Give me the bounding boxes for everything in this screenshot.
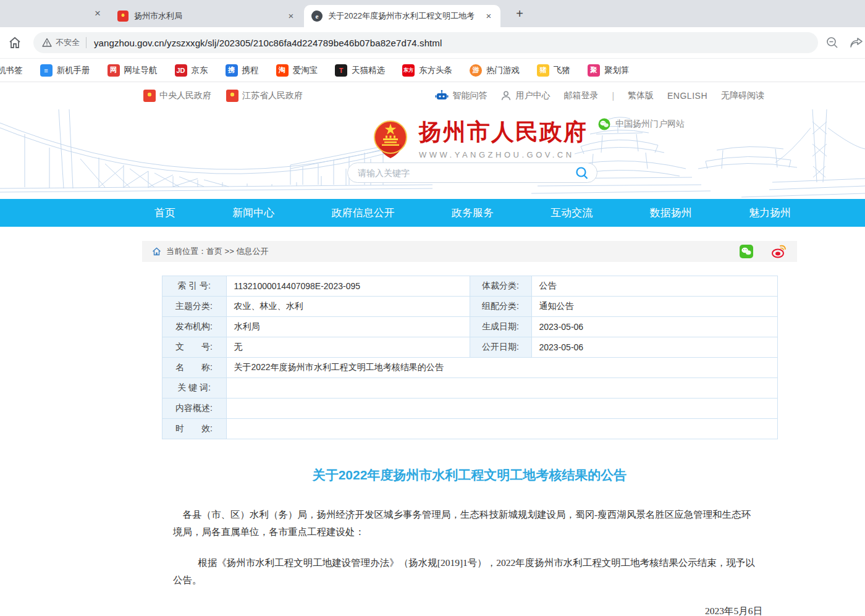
tab-title: 扬州市水利局 [134, 11, 281, 22]
wechat-icon [598, 118, 610, 130]
nav-item-data[interactable]: 数据扬州 [650, 206, 692, 220]
smart-qa-link[interactable]: 智能问答 [435, 90, 487, 102]
site-brand[interactable]: 扬州市人民政府 WWW.YANGZHOU.GOV.CN [371, 117, 588, 159]
tab-yangzhou-water-bureau[interactable]: 扬州市水利局 × [110, 5, 303, 27]
topbar-divider: | [612, 91, 614, 101]
nav-item-news[interactable]: 新闻中心 [232, 206, 274, 220]
meta-label: 组配分类: [470, 297, 531, 317]
tmall-favicon-icon: T [335, 64, 347, 77]
bookmark-label: 爱淘宝 [293, 65, 318, 76]
bookmarks-bar: 机书签 ≡ 新机手册 网 网址导航 JD 京东 携 携程 淘 爱淘宝 T 天猫精… [0, 59, 865, 82]
fliggy-favicon-icon: 猪 [537, 64, 549, 77]
breadcrumb-text[interactable]: 当前位置：首页 >> 信息公开 [166, 246, 739, 257]
search-input[interactable] [358, 168, 575, 178]
smart-qa-label: 智能问答 [452, 90, 487, 101]
toutiao-favicon-icon: 东方 [402, 64, 415, 77]
bookmark-item[interactable]: 携 携程 [226, 64, 259, 77]
meta-label: 文 号: [162, 337, 226, 358]
site-nav-favicon-icon: 网 [108, 64, 120, 77]
home-icon[interactable] [7, 35, 22, 50]
english-link[interactable]: ENGLISH [667, 91, 707, 101]
nav-item-services[interactable]: 政务服务 [452, 206, 494, 220]
meta-value [226, 399, 777, 419]
link-central-government[interactable]: 中央人民政府 [143, 90, 211, 102]
meta-value: 农业、林业、水利 [226, 297, 470, 317]
zoom-out-icon[interactable] [825, 36, 839, 49]
nav-item-home[interactable]: 首页 [154, 206, 175, 220]
article-title: 关于2022年度扬州市水利工程文明工地考核结果的公告 [142, 466, 797, 484]
user-center-link[interactable]: 用户中心 [500, 90, 550, 101]
table-row: 主题分类: 农业、林业、水利 组配分类: 通知公告 [162, 297, 777, 317]
portal-label: 中国扬州门户网站 [615, 119, 685, 130]
jd-favicon-icon: JD [175, 64, 187, 77]
meta-label: 内容概述: [162, 399, 226, 419]
meta-value: 通知公告 [531, 297, 777, 317]
nav-item-charm[interactable]: 魅力扬州 [749, 206, 791, 220]
breadcrumb-home-icon[interactable] [152, 247, 161, 256]
article-body: 各县（市、区）水利（务）局，扬州经济开发区城乡事务管理局，生态科技新城规划建设局… [142, 484, 797, 589]
bookmark-item[interactable]: 淘 爱淘宝 [276, 64, 318, 77]
tab-title: 关于2022年度扬州市水利工程文明工地考 [328, 11, 478, 22]
link-jiangsu-government[interactable]: 江苏省人民政府 [226, 90, 303, 102]
article-date: 2023年5月6日 [142, 605, 797, 616]
bookmark-item[interactable]: 游 热门游戏 [470, 64, 520, 77]
gov-emblem-favicon-icon [117, 11, 129, 22]
tab-announcement-active[interactable]: e 关于2022年度扬州市水利工程文明工地考 × [304, 5, 500, 27]
mail-login-link[interactable]: 邮箱登录 [563, 90, 598, 101]
table-row: 索 引 号: 11321000014407098E-2023-095 体裁分类:… [162, 276, 777, 297]
table-row: 内容概述: [162, 399, 777, 419]
accessibility-link[interactable]: 无障碍阅读 [721, 90, 764, 101]
bookmark-label: 新机手册 [57, 65, 90, 76]
share-wechat-icon[interactable] [739, 244, 754, 259]
address-bar[interactable]: 不安全 yangzhou.gov.cn/yzszxxgk/slj/202305/… [33, 32, 818, 53]
search-icon[interactable] [575, 166, 589, 180]
bookmark-item[interactable]: JD 京东 [175, 64, 208, 77]
bookmark-item[interactable]: ≡ 新机手册 [40, 64, 90, 77]
url-text[interactable]: yangzhou.gov.cn/yzszxxgk/slj/202305/210c… [94, 38, 442, 48]
share-weibo-icon[interactable] [771, 244, 787, 259]
bookmark-item[interactable]: 聚 聚划算 [588, 64, 630, 77]
security-status-label: 不安全 [56, 37, 80, 48]
bookmark-item[interactable]: 机书签 [0, 65, 23, 76]
meta-label: 时 效: [162, 419, 226, 439]
site-banner: 扬州市人民政府 WWW.YANGZHOU.GOV.CN 中国扬州门户网站 [0, 109, 865, 199]
bookmark-item[interactable]: 东方 东方头条 [402, 64, 452, 77]
portal-tag[interactable]: 中国扬州门户网站 [598, 118, 685, 130]
bookmark-label: 机书签 [0, 65, 23, 76]
table-row: 时 效: [162, 419, 777, 439]
traditional-chinese-link[interactable]: 繁体版 [628, 90, 654, 101]
gov-top-bar: 中央人民政府 江苏省人民政府 智能问答 [0, 82, 865, 109]
tab-close-icon[interactable]: × [285, 11, 297, 22]
gov-link-label: 江苏省人民政府 [242, 90, 303, 101]
meta-value: 水利局 [226, 317, 470, 337]
bookmark-item[interactable]: 猪 飞猪 [537, 64, 570, 77]
site-title: 扬州市人民政府 [419, 117, 588, 148]
nav-item-interaction[interactable]: 互动交流 [551, 206, 593, 220]
meta-label: 主题分类: [162, 297, 226, 317]
meta-label: 发布机构: [162, 317, 226, 337]
meta-value [226, 378, 777, 399]
user-icon [500, 90, 512, 101]
meta-label: 生成日期: [470, 317, 531, 337]
robot-icon [435, 90, 449, 102]
tab-close-icon[interactable]: × [91, 7, 104, 20]
meta-value: 无 [226, 337, 470, 358]
main-nav: 首页 新闻中心 政府信息公开 政务服务 互动交流 数据扬州 魅力扬州 [0, 199, 865, 227]
toolbar-right-icons [825, 36, 864, 49]
tab-close-icon[interactable]: × [483, 11, 494, 22]
meta-value: 11321000014407098E-2023-095 [226, 276, 470, 297]
not-secure-warning-icon [42, 38, 52, 48]
new-tab-button[interactable]: + [512, 6, 528, 22]
games-favicon-icon: 游 [470, 64, 482, 77]
bookmark-item[interactable]: 网 网址导航 [108, 64, 158, 77]
share-icon[interactable] [849, 36, 864, 49]
bookmark-item[interactable]: T 天猫精选 [335, 64, 385, 77]
site-search [347, 162, 597, 183]
nav-item-info-disclosure[interactable]: 政府信息公开 [332, 206, 395, 220]
metadata-table: 索 引 号: 11321000014407098E-2023-095 体裁分类:… [162, 276, 778, 439]
meta-value: 2023-05-06 [531, 317, 777, 337]
bookmark-label: 京东 [192, 65, 208, 76]
meta-value: 关于2022年度扬州市水利工程文明工地考核结果的公告 [226, 358, 777, 378]
bookmark-label: 携程 [242, 65, 259, 76]
browser-tab-strip: × 扬州市水利局 × e 关于2022年度扬州市水利工程文明工地考 × + [0, 0, 865, 27]
